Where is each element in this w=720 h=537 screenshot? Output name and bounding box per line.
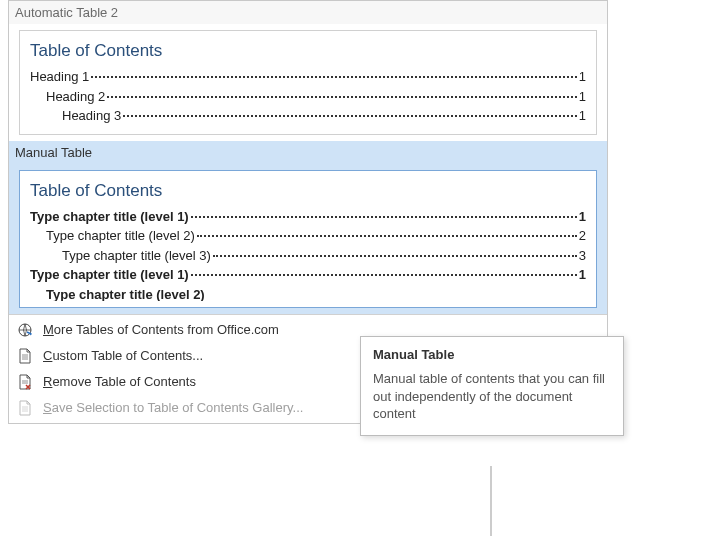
- document-edge: [490, 466, 492, 536]
- toc-page: 1: [579, 106, 586, 126]
- toc-label: Heading 1: [30, 67, 89, 87]
- toc-label: Heading 2: [46, 87, 105, 107]
- toc-row: Heading 3 1: [30, 106, 586, 126]
- menu-label: Save Selection to Table of Contents Gall…: [43, 400, 303, 415]
- toc-page: 1: [579, 67, 586, 87]
- toc-page: 2: [579, 226, 586, 246]
- toc-row: Heading 2 1: [30, 87, 586, 107]
- toc-label: Heading 3: [62, 106, 121, 126]
- document-remove-icon: [15, 372, 35, 392]
- toc-page: 3: [579, 246, 586, 266]
- toc-row-cutoff: Type chapter title (level 2): [30, 287, 586, 301]
- toc-row: Type chapter title (level 1) 1: [30, 207, 586, 227]
- toc-title: Table of Contents: [30, 181, 586, 201]
- gallery-item-auto2[interactable]: Table of Contents Heading 1 1 Heading 2 …: [9, 24, 607, 141]
- toc-label: Type chapter title (level 2): [46, 226, 195, 246]
- toc-title: Table of Contents: [30, 41, 586, 61]
- toc-leader-dots: [191, 274, 577, 276]
- gallery-section-header-manual: Manual Table: [9, 141, 607, 164]
- tooltip-title: Manual Table: [373, 347, 611, 362]
- toc-leader-dots: [213, 255, 577, 257]
- globe-icon: [15, 320, 35, 340]
- tooltip-manual-table: Manual Table Manual table of contents th…: [360, 336, 624, 436]
- toc-label: Type chapter title (level 1): [30, 265, 189, 285]
- gallery-item-manual[interactable]: Table of Contents Type chapter title (le…: [9, 164, 607, 314]
- toc-row: Type chapter title (level 3) 3: [30, 246, 586, 266]
- menu-label: Custom Table of Contents...: [43, 348, 203, 363]
- toc-row: Type chapter title (level 1) 1: [30, 265, 586, 285]
- toc-label: Type chapter title (level 3): [62, 246, 211, 266]
- toc-row: Type chapter title (level 2) 2: [30, 226, 586, 246]
- toc-leader-dots: [197, 235, 577, 237]
- toc-page: 1: [579, 207, 586, 227]
- preview-auto2: Table of Contents Heading 1 1 Heading 2 …: [19, 30, 597, 135]
- toc-leader-dots: [191, 216, 577, 218]
- document-save-icon: [15, 398, 35, 418]
- toc-leader-dots: [107, 96, 576, 98]
- toc-leader-dots: [91, 76, 576, 78]
- toc-label: Type chapter title (level 1): [30, 207, 189, 227]
- preview-manual: Table of Contents Type chapter title (le…: [19, 170, 597, 308]
- toc-page: 1: [579, 87, 586, 107]
- menu-label: More Tables of Contents from Office.com: [43, 322, 279, 337]
- toc-page: 1: [579, 265, 586, 285]
- document-icon: [15, 346, 35, 366]
- tooltip-body: Manual table of contents that you can fi…: [373, 370, 611, 423]
- toc-row: Heading 1 1: [30, 67, 586, 87]
- menu-label: Remove Table of Contents: [43, 374, 196, 389]
- toc-leader-dots: [123, 115, 576, 117]
- gallery-section-header-auto2: Automatic Table 2: [9, 1, 607, 24]
